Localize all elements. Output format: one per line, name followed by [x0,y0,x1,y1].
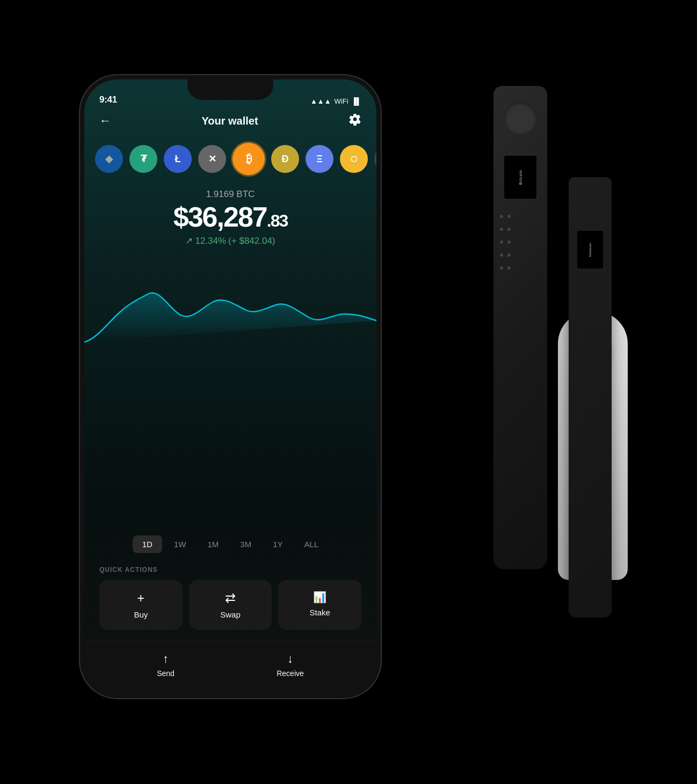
chart-container [84,251,376,527]
period-3m[interactable]: 3M [230,535,261,553]
balance-change: ↗ 12.34% (+ $842.04) [95,235,366,246]
quick-actions-row: + Buy ⇄ Swap 📊 Stake [84,580,376,641]
signal-icon: ▲▲▲ [310,97,331,105]
ledger-nano-x-side: Ethereum [569,177,612,618]
coin-unknown[interactable]: ◆ [95,145,123,173]
buy-label: Buy [134,610,148,619]
usd-whole: $36,287 [173,201,267,233]
price-chart [84,256,376,364]
ledger-button-row-5 [500,266,511,270]
usd-cents: .83 [267,211,287,230]
stake-icon: 📊 [313,591,326,604]
balance-section: 1.9169 BTC $36,287.83 ↗ 12.34% (+ $842.0… [84,180,376,251]
send-icon: ↑ [163,652,169,666]
coin-bitcoin-active[interactable]: ₿ [233,143,265,175]
gear-icon [348,113,361,126]
period-1w[interactable]: 1W [164,535,196,553]
change-amount: (+ $842.04) [228,236,275,246]
coin-doge[interactable]: Ð [271,145,299,173]
ledger-button-row-4 [500,253,511,257]
coin-xrp[interactable]: ✕ [198,145,226,173]
ledger-side-screen: Ethereum [577,231,603,268]
stake-button[interactable]: 📊 Stake [278,580,361,630]
crypto-amount: 1.9169 BTC [95,189,366,200]
swap-icon: ⇄ [225,591,236,606]
ledger-main-buttons [500,215,541,270]
coin-algo[interactable]: A [374,145,376,173]
swap-button[interactable]: ⇄ Swap [189,580,272,630]
notch [187,79,273,100]
usd-balance: $36,287.83 [95,203,366,231]
time-filters: 1D 1W 1M 3M 1Y ALL [84,527,376,562]
status-time: 9:41 [99,95,117,105]
swap-label: Swap [220,610,241,619]
ledger-button-row-2 [500,228,511,231]
change-percent: 12.34% [195,236,226,246]
ledger-side-screen-text: Ethereum [589,243,592,257]
coin-ethereum[interactable]: Ξ [306,145,333,173]
coin-tether[interactable]: ₮ [129,145,157,173]
wifi-icon: WiFi [335,97,348,105]
back-button[interactable]: ← [99,114,111,128]
coin-litecoin[interactable]: Ł [164,145,192,173]
settings-button[interactable] [348,113,361,129]
receive-icon: ↓ [287,652,293,666]
send-action[interactable]: ↑ Send [157,652,175,678]
receive-action[interactable]: ↓ Receive [277,652,304,678]
ledger-main-screen-text: Bitcoin [519,170,522,185]
coin-bnb[interactable]: ⬡ [340,145,368,173]
battery-icon: ▐▌ [352,97,361,105]
coin-row: ◆ ₮ Ł ✕ ₿ Ð [84,137,376,180]
scene: 9:41 ▲▲▲ WiFi ▐▌ ← Your wallet [53,43,644,741]
ledger-nano-x-main: Bitcoin [493,86,547,569]
period-all[interactable]: ALL [295,535,329,553]
ledger-main-screen: Bitcoin [504,156,536,199]
stake-label: Stake [310,608,330,617]
ledger-button-row-3 [500,241,511,244]
screen-content: 9:41 ▲▲▲ WiFi ▐▌ ← Your wallet [84,79,376,694]
phone-screen: 9:41 ▲▲▲ WiFi ▐▌ ← Your wallet [84,79,376,694]
period-1y[interactable]: 1Y [263,535,292,553]
page-title: Your wallet [201,115,258,127]
quick-actions-label: QUICK ACTIONS [84,562,376,580]
bottom-bar: ↑ Send ↓ Receive [84,641,376,694]
ledger-button-row-1 [500,215,511,218]
period-1d[interactable]: 1D [133,535,162,553]
phone: 9:41 ▲▲▲ WiFi ▐▌ ← Your wallet [80,75,381,698]
plus-icon: + [137,591,144,606]
receive-label: Receive [277,669,304,678]
status-icons: ▲▲▲ WiFi ▐▌ [310,97,361,105]
change-arrow: ↗ [185,235,193,246]
period-1m[interactable]: 1M [198,535,228,553]
buy-button[interactable]: + Buy [99,580,183,630]
send-label: Send [157,669,175,678]
